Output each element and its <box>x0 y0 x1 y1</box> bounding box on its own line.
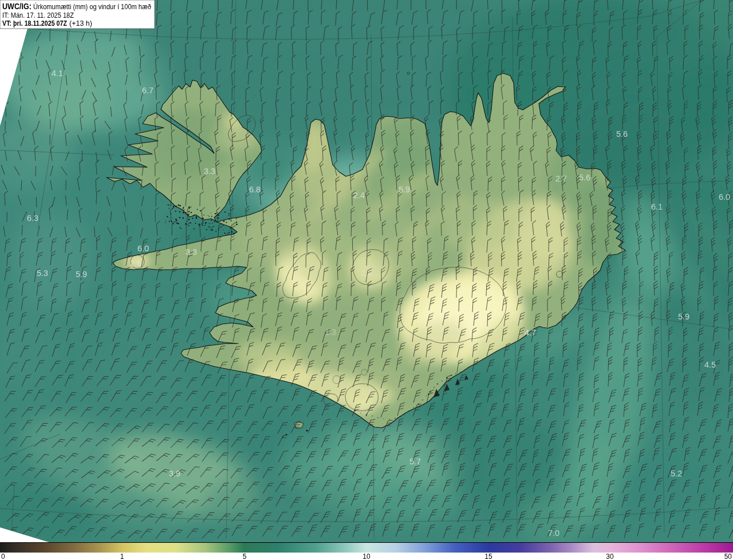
svg-text:3.3: 3.3 <box>204 167 215 176</box>
svg-text:5.6: 5.6 <box>616 129 628 139</box>
svg-text:50: 50 <box>724 553 732 560</box>
svg-text:6.7: 6.7 <box>142 86 153 95</box>
svg-text:UWC/IG:: UWC/IG: <box>2 2 31 11</box>
svg-text:7.0: 7.0 <box>548 529 559 538</box>
svg-text:IT: Mán. 17. 11. 2025 18Z: IT: Mán. 17. 11. 2025 18Z <box>2 11 74 19</box>
svg-text:6.0: 6.0 <box>137 244 149 253</box>
svg-text:6.0: 6.0 <box>719 192 730 202</box>
svg-text:6.3: 6.3 <box>27 214 38 223</box>
svg-text:6.8: 6.8 <box>249 185 261 194</box>
svg-text:(+13 h): (+13 h) <box>69 19 92 27</box>
svg-text:VT: þri. 18.11.2025 07Z: VT: þri. 18.11.2025 07Z <box>2 19 67 27</box>
svg-text:2.7: 2.7 <box>555 174 567 183</box>
svg-text:2.4: 2.4 <box>353 191 365 200</box>
svg-text:4.5: 4.5 <box>704 360 716 369</box>
svg-text:5.9: 5.9 <box>399 185 410 194</box>
svg-text:4.1: 4.1 <box>52 69 63 78</box>
svg-text:5.6: 5.6 <box>579 173 590 182</box>
svg-text:2.6: 2.6 <box>130 259 141 268</box>
svg-text:5.9: 5.9 <box>76 270 87 279</box>
svg-text:5: 5 <box>243 553 247 560</box>
svg-text:1: 1 <box>120 553 124 560</box>
svg-text:5.3: 5.3 <box>37 269 48 278</box>
svg-text:15: 15 <box>484 553 492 560</box>
svg-text:1.1: 1.1 <box>361 387 372 396</box>
svg-text:30: 30 <box>606 553 614 560</box>
svg-text:3.9: 3.9 <box>169 469 180 478</box>
svg-text:2.6: 2.6 <box>361 269 372 278</box>
svg-text:5.2: 5.2 <box>671 469 682 478</box>
svg-text:Úrkomumætti (mm) og vindur í 1: Úrkomumætti (mm) og vindur í 100m hæð <box>33 2 151 11</box>
svg-text:10: 10 <box>362 553 371 560</box>
svg-text:5.9: 5.9 <box>678 312 689 321</box>
svg-text:4.7: 4.7 <box>525 328 536 337</box>
svg-text:6.1: 6.1 <box>651 202 663 211</box>
svg-text:3.3: 3.3 <box>186 247 197 257</box>
svg-text:0: 0 <box>1 553 5 560</box>
svg-text:1.3: 1.3 <box>325 328 336 337</box>
svg-text:5.7: 5.7 <box>409 457 421 466</box>
